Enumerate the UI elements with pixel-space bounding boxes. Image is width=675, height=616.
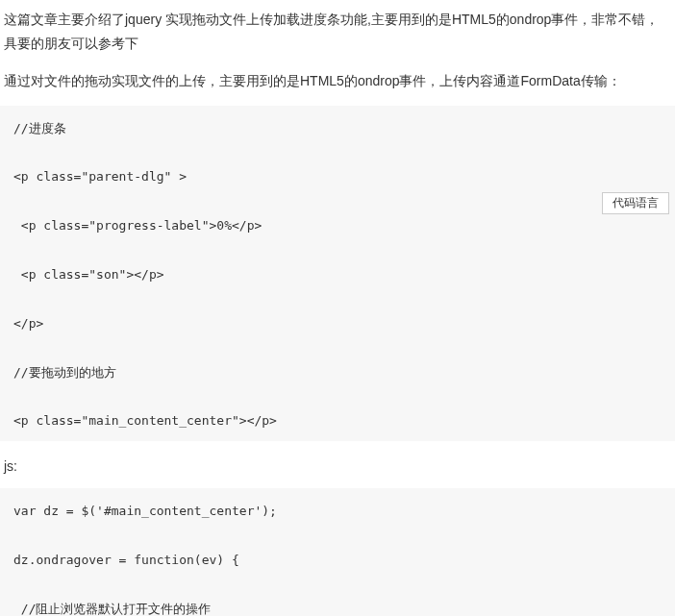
code-line: dz.ondragover = function(ev) { [13, 547, 662, 575]
article-intro: 这篇文章主要介绍了jquery 实现拖动文件上传加载进度条功能,主要用到的是HT… [0, 8, 675, 56]
code-language-button[interactable]: 代码语言 [602, 192, 669, 214]
code-line: //进度条 [13, 115, 662, 143]
code-line: <p class="main_content_center"></p> [13, 407, 662, 435]
article-description: 通过对文件的拖动实现文件的上传，主要用到的是HTML5的ondrop事件，上传内… [0, 69, 675, 93]
code-line: //阻止浏览器默认打开文件的操作 [13, 596, 662, 616]
code-line: <p class="son"></p> [13, 261, 662, 289]
code-line: </p> [13, 310, 662, 338]
code-block-js: var dz = $('#main_content_center'); dz.o… [0, 488, 675, 616]
js-section-label: js: [4, 455, 675, 479]
code-line: //要拖动到的地方 [13, 359, 662, 387]
code-block-html: 代码语言 //进度条 <p class="parent-dlg" > <p cl… [0, 106, 675, 442]
code-line: <p class="parent-dlg" > [13, 163, 662, 191]
code-line: <p class="progress-label">0%</p> [13, 212, 662, 240]
code-line: var dz = $('#main_content_center'); [13, 498, 662, 526]
